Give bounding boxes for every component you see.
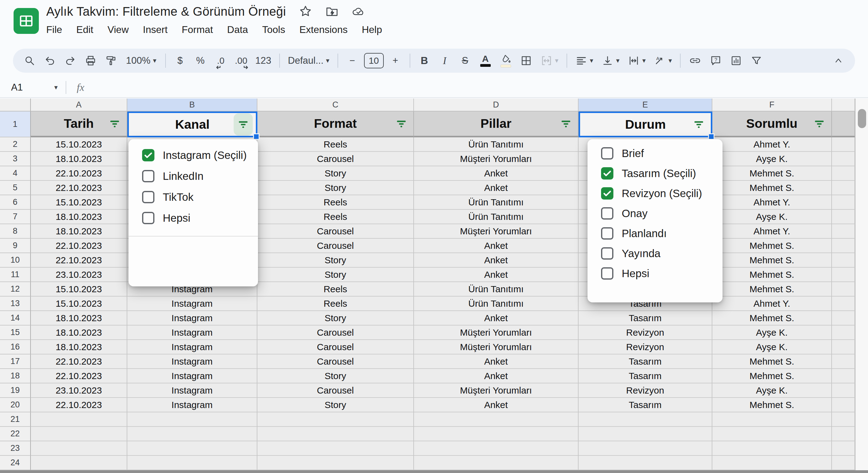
merge-cells-button[interactable]: ▾ xyxy=(538,52,561,70)
header-cell-F1[interactable]: Sorumlu xyxy=(712,111,832,137)
cell-D18[interactable]: Anket xyxy=(414,369,579,383)
cell-C21[interactable] xyxy=(257,412,414,427)
cell-F9[interactable]: Mehmet S. xyxy=(712,239,832,253)
cell-D21[interactable] xyxy=(414,412,579,427)
cell-D17[interactable]: Anket xyxy=(414,354,579,369)
durum-option-tasarım-seçili[interactable]: Tasarım (Seçili) xyxy=(588,163,722,183)
cell-C18[interactable]: Story xyxy=(257,369,414,383)
cell-F13[interactable]: Ahmet Y. xyxy=(712,297,832,311)
cell-C20[interactable]: Story xyxy=(257,398,414,412)
vertical-align-button[interactable]: ▾ xyxy=(599,52,622,70)
checked-checkbox[interactable] xyxy=(142,149,154,161)
cloud-status-icon[interactable] xyxy=(351,4,366,19)
cell-A7[interactable]: 18.10.2023 xyxy=(31,210,127,224)
search-button[interactable] xyxy=(21,52,38,70)
column-header-F[interactable]: F xyxy=(712,99,832,111)
cell-A10[interactable]: 22.10.2023 xyxy=(31,253,127,268)
cell-A4[interactable]: 22.10.2023 xyxy=(31,166,127,181)
cell-C13[interactable]: Reels xyxy=(257,297,414,311)
cell-A14[interactable]: 18.10.2023 xyxy=(31,311,127,326)
unchecked-checkbox[interactable] xyxy=(601,147,613,160)
row-header-24[interactable]: 24 xyxy=(0,456,31,470)
cell-A2[interactable]: 15.10.2023 xyxy=(31,137,127,152)
column-header-C[interactable]: C xyxy=(257,99,414,111)
column-header-B[interactable]: B xyxy=(127,99,257,111)
menu-data[interactable]: Data xyxy=(227,24,248,35)
cell-C17[interactable]: Carousel xyxy=(257,354,414,369)
cell-B13[interactable]: Instagram xyxy=(127,297,257,311)
text-color-button[interactable]: A xyxy=(477,52,494,70)
checked-checkbox[interactable] xyxy=(601,187,613,200)
row-header-19[interactable]: 19 xyxy=(0,383,31,398)
row-header-6[interactable]: 6 xyxy=(0,195,31,210)
cell-D23[interactable] xyxy=(414,441,579,456)
row-header-14[interactable]: 14 xyxy=(0,311,31,326)
cell-C3[interactable]: Carousel xyxy=(257,152,414,166)
cell-D9[interactable]: Anket xyxy=(414,239,579,253)
cell-A22[interactable] xyxy=(31,427,127,441)
cell-B18[interactable]: Instagram xyxy=(127,369,257,383)
cell-D3[interactable]: Müşteri Yorumları xyxy=(414,152,579,166)
cell-A5[interactable]: 22.10.2023 xyxy=(31,181,127,195)
unchecked-checkbox[interactable] xyxy=(601,267,613,280)
filter-button-A[interactable] xyxy=(110,119,120,128)
star-icon[interactable] xyxy=(299,4,313,19)
row-header-20[interactable]: 20 xyxy=(0,398,31,412)
header-cell-B1[interactable]: Kanal xyxy=(127,111,257,137)
cell-F19[interactable]: Ayşe K. xyxy=(712,383,832,398)
cell-D13[interactable]: Ürün Tanıtımı xyxy=(414,297,579,311)
sheets-logo-icon[interactable] xyxy=(13,8,39,34)
font-family-select[interactable]: Defaul...▾ xyxy=(285,52,332,70)
row-header-13[interactable]: 13 xyxy=(0,297,31,311)
cell-A17[interactable]: 22.10.2023 xyxy=(31,354,127,369)
cell-A20[interactable]: 22.10.2023 xyxy=(31,398,127,412)
menu-view[interactable]: View xyxy=(107,24,129,35)
row-header-17[interactable]: 17 xyxy=(0,354,31,369)
menu-help[interactable]: Help xyxy=(362,24,382,35)
vertical-scrollbar[interactable] xyxy=(855,99,868,470)
cell-C2[interactable]: Reels xyxy=(257,137,414,152)
horizontal-align-button[interactable]: ▾ xyxy=(573,52,596,70)
filter-button-B[interactable] xyxy=(234,113,253,135)
menu-tools[interactable]: Tools xyxy=(262,24,285,35)
name-box[interactable]: A1 xyxy=(11,82,54,93)
cell-D19[interactable]: Müşteri Yorumları xyxy=(414,383,579,398)
cell-F22[interactable] xyxy=(712,427,832,441)
hide-menus-button[interactable] xyxy=(830,52,847,70)
undo-button[interactable] xyxy=(41,52,59,70)
row-header-2[interactable]: 2 xyxy=(0,137,31,152)
kanal-option-tiktok[interactable]: TikTok xyxy=(128,187,258,208)
cell-C12[interactable]: Reels xyxy=(257,282,414,297)
checked-checkbox[interactable] xyxy=(601,167,613,179)
menu-insert[interactable]: Insert xyxy=(143,24,167,35)
cell-C16[interactable]: Carousel xyxy=(257,340,414,354)
filter-button-D[interactable] xyxy=(561,119,571,128)
row-header-22[interactable]: 22 xyxy=(0,427,31,441)
cell-C19[interactable]: Carousel xyxy=(257,383,414,398)
cell-D24[interactable] xyxy=(414,456,579,470)
bold-button[interactable]: B xyxy=(416,52,433,70)
document-title[interactable]: Aylık Takvim: Filtreleme & Görünüm Örneğ… xyxy=(46,5,286,19)
durum-option-revizyon-seçili[interactable]: Revizyon (Seçili) xyxy=(588,183,722,203)
cell-C10[interactable]: Story xyxy=(257,253,414,268)
menu-edit[interactable]: Edit xyxy=(76,24,93,35)
fill-color-button[interactable] xyxy=(497,52,515,70)
cell-A24[interactable] xyxy=(31,456,127,470)
cell-A11[interactable]: 23.10.2023 xyxy=(31,268,127,282)
cell-A19[interactable]: 23.10.2023 xyxy=(31,383,127,398)
cell-C5[interactable]: Story xyxy=(257,181,414,195)
cell-C9[interactable]: Carousel xyxy=(257,239,414,253)
row-header-3[interactable]: 3 xyxy=(0,152,31,166)
paint-format-button[interactable] xyxy=(102,52,120,70)
cell-B20[interactable]: Instagram xyxy=(127,398,257,412)
italic-button[interactable]: I xyxy=(436,52,454,70)
cell-D6[interactable]: Ürün Tanıtımı xyxy=(414,195,579,210)
cell-F12[interactable]: Mehmet S. xyxy=(712,282,832,297)
row-header-12[interactable]: 12 xyxy=(0,282,31,297)
decrease-decimal-button[interactable]: .0 xyxy=(212,52,229,70)
decrease-font-size-button[interactable]: − xyxy=(344,52,361,70)
select-all-corner[interactable] xyxy=(0,99,31,111)
cell-B24[interactable] xyxy=(127,456,257,470)
cell-D16[interactable]: Müşteri Yorumları xyxy=(414,340,579,354)
font-size-input[interactable]: 10 xyxy=(364,53,384,68)
